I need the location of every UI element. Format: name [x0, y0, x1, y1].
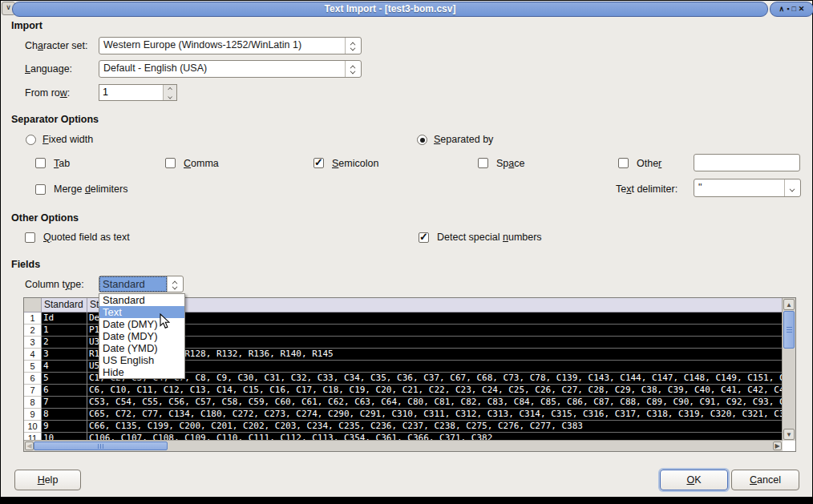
scroll-up-button[interactable]: ▲: [783, 299, 795, 310]
scroll-down-button[interactable]: ▼: [783, 429, 795, 440]
table-row[interactable]: 98C65, C72, C77, C134, C180, C272, C273,…: [24, 409, 783, 421]
window-title[interactable]: Text Import - [test3-bom.csv]: [12, 2, 768, 17]
from-row-value[interactable]: 1: [99, 85, 163, 100]
column-type-label: Column type:: [25, 279, 84, 290]
chevron-down-icon: [172, 284, 178, 288]
from-row-label: From row:: [25, 87, 70, 99]
dropdown-item[interactable]: Date (MDY): [99, 330, 184, 342]
dropdown-item[interactable]: Standard: [99, 294, 184, 306]
charset-value: Western Europe (Windows-1252/WinLatin 1): [99, 38, 345, 54]
screen: { "window": { "title": "Text Import - [t…: [0, 0, 813, 504]
semicolon-checkbox[interactable]: [313, 158, 324, 168]
cell: P1: [87, 325, 783, 337]
row-number: 7: [24, 385, 42, 397]
quoted-field-label[interactable]: Quoted field as text: [43, 232, 130, 243]
dropdown-item[interactable]: Hide: [99, 366, 184, 378]
row-number: 9: [24, 409, 42, 421]
charset-spin[interactable]: [345, 38, 361, 54]
spin-down-button[interactable]: [164, 93, 176, 101]
row-number: 1: [24, 312, 42, 325]
table-row[interactable]: 109C66, C135, C199, C200, C201, C202, C2…: [24, 421, 783, 433]
separated-by-radio[interactable]: [417, 135, 427, 145]
chevron-down-icon: [168, 95, 172, 98]
maximize-icon[interactable]: □: [791, 3, 795, 15]
shade-icon[interactable]: ∧: [779, 3, 785, 15]
cell: 1: [42, 325, 87, 337]
cell: Designator: [87, 312, 783, 325]
text-delimiter-select[interactable]: ": [694, 179, 801, 197]
scroll-left-button[interactable]: ◀: [25, 442, 34, 450]
space-label[interactable]: Space: [496, 158, 524, 169]
fixed-width-label[interactable]: Fixed width: [42, 134, 93, 145]
other-label[interactable]: Other: [637, 158, 661, 169]
cell: 3: [42, 349, 87, 361]
help-button[interactable]: Help: [14, 470, 81, 490]
other-options-heading: Other Options: [11, 212, 79, 224]
row-number: 6: [24, 373, 42, 385]
cell: 7: [42, 397, 87, 409]
table-row[interactable]: 87C53, C54, C55, C56, C57, C58, C59, C60…: [24, 397, 783, 409]
fixed-width-radio[interactable]: [26, 135, 36, 145]
language-select[interactable]: Default - English (USA): [99, 60, 362, 78]
row-number: 8: [24, 397, 42, 409]
import-heading: Import: [11, 20, 42, 31]
cancel-button[interactable]: Cancel: [731, 470, 799, 490]
spin-up-button[interactable]: [164, 85, 176, 93]
chevron-up-icon: [168, 87, 172, 90]
from-row-stepper[interactable]: 1: [99, 84, 177, 101]
cell: C66, C135, C199, C200, C201, C202, C203,…: [87, 421, 783, 433]
dropdown-item[interactable]: US English: [99, 354, 184, 366]
scroll-right-button[interactable]: ▶: [773, 442, 782, 450]
vertical-scrollbar[interactable]: ▲ ▼: [782, 298, 795, 441]
comma-checkbox[interactable]: [165, 158, 176, 168]
tab-checkbox[interactable]: [35, 158, 46, 168]
text-delimiter-label: Text delimiter:: [616, 183, 678, 195]
minimize-icon[interactable]: ▪: [787, 3, 789, 15]
dropdown-item[interactable]: Text: [99, 306, 184, 318]
horizontal-scrollbar-thumb[interactable]: [34, 442, 168, 450]
row-number: 5: [24, 361, 42, 373]
column-type-select[interactable]: Standard: [99, 276, 184, 292]
cell: U5: [87, 361, 783, 373]
table-row[interactable]: 76C6, C10, C11, C12, C13, C14, C15, C16,…: [24, 385, 783, 397]
dropdown-item[interactable]: Date (DMY): [99, 318, 184, 330]
mouse-cursor: [159, 313, 170, 329]
row-number: 3: [24, 337, 42, 349]
dropdown-item[interactable]: Date (YMD): [99, 342, 184, 354]
separated-by-label[interactable]: Separated by: [434, 134, 493, 145]
column-header[interactable]: Standard: [87, 298, 783, 312]
vertical-scrollbar-thumb[interactable]: [783, 311, 795, 349]
cell: C6, C10, C11, C12, C13, C14, C15, C16, C…: [87, 385, 783, 397]
text-delimiter-dropdown-button[interactable]: [784, 179, 800, 196]
tab-label[interactable]: Tab: [54, 158, 70, 169]
column-type-spin[interactable]: [167, 276, 183, 292]
merge-delimiters-label[interactable]: Merge delimiters: [54, 183, 127, 195]
screen-edge: [0, 497, 813, 504]
other-separator-input[interactable]: [694, 154, 800, 171]
horizontal-scrollbar[interactable]: ◀ ▶: [24, 440, 783, 451]
cell: 9: [42, 421, 87, 433]
ok-button[interactable]: OK: [660, 470, 728, 490]
semicolon-label[interactable]: Semicolon: [332, 158, 378, 169]
merge-delimiters-checkbox[interactable]: [35, 184, 46, 195]
from-row-spin-buttons[interactable]: [163, 85, 176, 100]
close-icon[interactable]: ✕: [799, 3, 805, 15]
detect-special-numbers-checkbox[interactable]: [419, 232, 429, 243]
column-header[interactable]: Standard: [42, 298, 87, 312]
comma-label[interactable]: Comma: [184, 158, 219, 169]
column-type-dropdown: StandardTextDate (DMY)Date (MDY)Date (YM…: [99, 293, 185, 379]
chevron-down-icon: [350, 46, 356, 49]
cell: C65, C72, C77, C134, C180, C272, C273, C…: [87, 409, 783, 421]
space-checkbox[interactable]: [478, 158, 488, 168]
quoted-field-checkbox[interactable]: [25, 232, 35, 243]
cell: 2: [42, 337, 87, 349]
row-number-header: [24, 298, 42, 312]
cell: 4: [42, 361, 87, 373]
charset-select[interactable]: Western Europe (Windows-1252/WinLatin 1): [99, 37, 362, 54]
language-spin[interactable]: [345, 61, 361, 77]
cell: U3: [87, 337, 783, 349]
separator-options-heading: Separator Options: [11, 114, 99, 125]
detect-special-numbers-label[interactable]: Detect special numbers: [437, 232, 542, 243]
other-checkbox[interactable]: [618, 158, 629, 168]
cell: R124, R125, R126, R128, R132, R136, R140…: [87, 349, 783, 361]
